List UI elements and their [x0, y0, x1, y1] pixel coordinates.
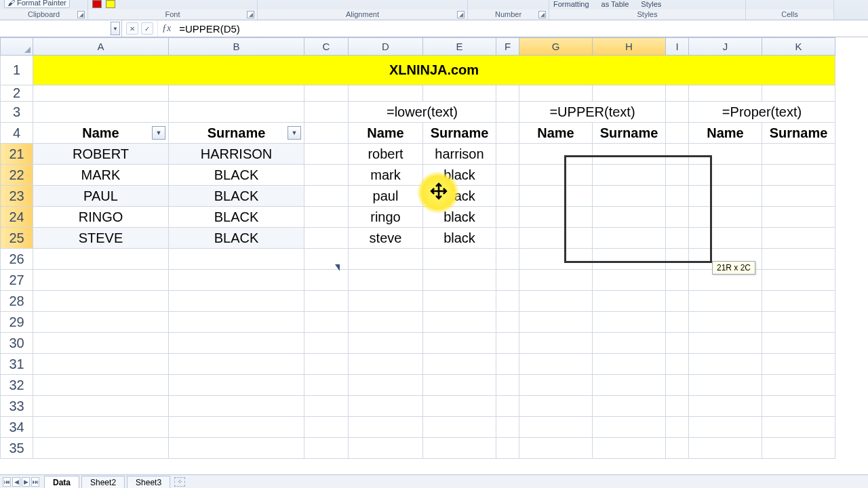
cell[interactable]	[593, 396, 666, 417]
cell-surname[interactable]: BLACK	[169, 207, 304, 228]
row-header-21[interactable]: 21	[1, 144, 33, 165]
cell[interactable]	[304, 249, 349, 270]
row-header-31[interactable]: 31	[1, 354, 33, 375]
cell[interactable]	[349, 375, 423, 396]
row-header-22[interactable]: 22	[1, 165, 33, 186]
tab-nav-next-icon[interactable]: ▶	[22, 477, 30, 487]
cell[interactable]	[593, 333, 666, 354]
row-header-26[interactable]: 26	[1, 249, 33, 270]
cell[interactable]	[593, 270, 666, 291]
banner-cell[interactable]: XLNINJA.com	[33, 56, 835, 85]
cell-name[interactable]: MARK	[33, 165, 169, 186]
cell[interactable]	[689, 375, 762, 396]
header-surname-e[interactable]: Surname	[423, 123, 496, 144]
column-header-I[interactable]: I	[666, 38, 689, 56]
cell[interactable]	[689, 291, 762, 312]
filter-dropdown-icon[interactable]: ▼	[288, 126, 301, 140]
cell[interactable]	[304, 333, 349, 354]
cell[interactable]	[496, 165, 519, 186]
cell[interactable]	[304, 291, 349, 312]
dialog-launcher-icon[interactable]: ◢	[538, 11, 546, 18]
row-header-34[interactable]: 34	[1, 417, 33, 438]
tab-nav-prev-icon[interactable]: ◀	[12, 477, 20, 487]
column-header-K[interactable]: K	[762, 38, 835, 56]
cell[interactable]	[423, 375, 496, 396]
cell[interactable]	[519, 207, 593, 228]
cell[interactable]	[33, 85, 169, 102]
cell[interactable]	[762, 396, 835, 417]
cell-lower-name[interactable]: robert	[349, 144, 423, 165]
cell[interactable]	[169, 438, 304, 459]
cell[interactable]	[666, 144, 689, 165]
header-name-d[interactable]: Name	[349, 123, 423, 144]
cell[interactable]	[496, 249, 519, 270]
cell[interactable]	[593, 312, 666, 333]
column-header-D[interactable]: D	[349, 38, 423, 56]
cell[interactable]	[666, 417, 689, 438]
cell[interactable]	[762, 354, 835, 375]
cell[interactable]	[593, 354, 666, 375]
cell-surname[interactable]: BLACK	[169, 165, 304, 186]
fill-color-swatch[interactable]	[106, 0, 115, 8]
row-header-33[interactable]: 33	[1, 396, 33, 417]
cell[interactable]	[689, 186, 762, 207]
cell[interactable]	[519, 417, 593, 438]
column-header-F[interactable]: F	[496, 38, 519, 56]
cell[interactable]	[496, 354, 519, 375]
cell[interactable]	[689, 312, 762, 333]
cell[interactable]	[423, 354, 496, 375]
cell[interactable]	[762, 438, 835, 459]
row-header-24[interactable]: 24	[1, 207, 33, 228]
chevron-down-icon[interactable]: ▼	[111, 22, 120, 35]
cell[interactable]	[593, 417, 666, 438]
cell[interactable]	[762, 312, 835, 333]
column-header-J[interactable]: J	[689, 38, 762, 56]
cell[interactable]	[519, 165, 593, 186]
cell-lower-name[interactable]: mark	[349, 165, 423, 186]
dialog-launcher-icon[interactable]: ◢	[247, 11, 254, 18]
cell[interactable]	[519, 270, 593, 291]
cell[interactable]	[519, 438, 593, 459]
cell[interactable]	[762, 291, 835, 312]
cell[interactable]	[304, 102, 349, 123]
cell[interactable]	[349, 417, 423, 438]
cell[interactable]	[304, 85, 349, 102]
cell[interactable]	[169, 270, 304, 291]
cell[interactable]	[496, 375, 519, 396]
cell[interactable]	[519, 312, 593, 333]
cell[interactable]	[689, 165, 762, 186]
header-name-g[interactable]: Name	[519, 123, 593, 144]
cell[interactable]	[423, 291, 496, 312]
dialog-launcher-icon[interactable]: ◢	[77, 11, 85, 18]
cell[interactable]	[519, 249, 593, 270]
cell-lower-surname[interactable]: harrison	[423, 144, 496, 165]
cell[interactable]	[423, 396, 496, 417]
sheet-tab-data[interactable]: Data	[44, 476, 79, 488]
cell[interactable]	[593, 207, 666, 228]
cell[interactable]	[689, 144, 762, 165]
column-header-C[interactable]: C	[304, 38, 349, 56]
cell[interactable]	[519, 228, 593, 249]
column-header-H[interactable]: H	[593, 38, 666, 56]
cell[interactable]	[666, 186, 689, 207]
column-header-G[interactable]: G	[519, 38, 593, 56]
cell[interactable]	[349, 270, 423, 291]
cell[interactable]	[666, 102, 689, 123]
cell[interactable]	[33, 375, 169, 396]
cell[interactable]	[666, 312, 689, 333]
cell[interactable]	[519, 396, 593, 417]
cell[interactable]	[304, 438, 349, 459]
cell[interactable]	[593, 375, 666, 396]
insert-sheet-icon[interactable]: ✧	[174, 477, 185, 487]
cell[interactable]	[304, 207, 349, 228]
filter-dropdown-icon[interactable]: ▼	[152, 126, 165, 140]
cell[interactable]	[666, 207, 689, 228]
cell[interactable]	[496, 228, 519, 249]
row-header-27[interactable]: 27	[1, 270, 33, 291]
cell-lower-surname[interactable]: black	[423, 207, 496, 228]
cell[interactable]	[666, 270, 689, 291]
cell[interactable]	[762, 249, 835, 270]
cell[interactable]	[349, 333, 423, 354]
column-header-E[interactable]: E	[423, 38, 496, 56]
row-header-1[interactable]: 1	[1, 56, 33, 85]
